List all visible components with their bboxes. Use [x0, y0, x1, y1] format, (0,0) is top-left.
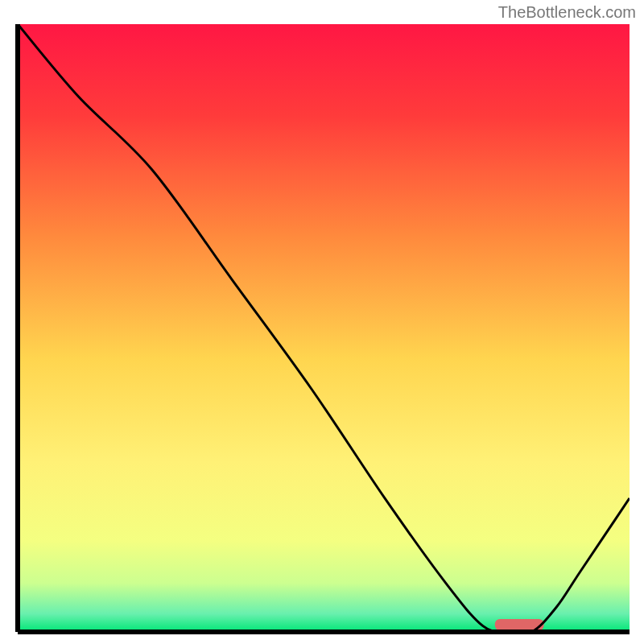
- watermark-text: TheBottleneck.com: [498, 3, 636, 22]
- bottleneck-chart: [0, 0, 644, 644]
- gradient-background: [18, 24, 630, 632]
- chart-container: TheBottleneck.com: [0, 0, 644, 644]
- plot-area: [18, 24, 630, 634]
